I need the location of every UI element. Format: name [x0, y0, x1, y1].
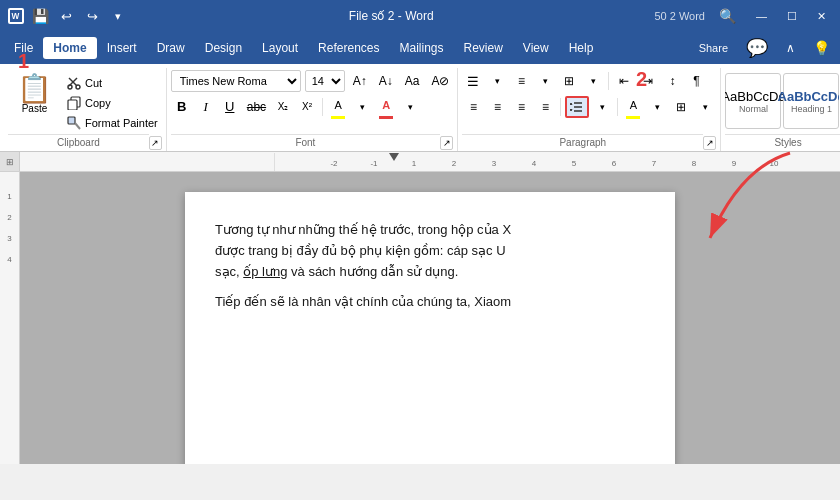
- font-color-button[interactable]: A: [375, 94, 397, 116]
- font-expand-button[interactable]: ↗: [440, 136, 453, 150]
- comments-button[interactable]: 💬: [740, 35, 774, 61]
- line-spacing-button[interactable]: [565, 96, 589, 118]
- format-painter-button[interactable]: Format Painter: [63, 114, 162, 132]
- menu-review[interactable]: Review: [454, 37, 513, 59]
- underline-button[interactable]: U: [219, 96, 241, 118]
- menu-bar: File Home Insert Draw Design Layout Refe…: [0, 32, 840, 64]
- menu-insert[interactable]: Insert: [97, 37, 147, 59]
- copy-button[interactable]: Copy: [63, 94, 162, 112]
- numbering-dropdown-button[interactable]: ▾: [534, 70, 556, 92]
- style-heading1[interactable]: AaBbCcDd Heading 1: [783, 73, 839, 129]
- show-formatting-button[interactable]: ¶: [685, 70, 707, 92]
- window-title: File số 2 - Word: [128, 9, 654, 23]
- ruler-bar: ⊞ -2 -1 1 2 3 4 5 6 7 8 9 10: [0, 152, 840, 172]
- svg-text:1: 1: [412, 159, 417, 168]
- italic-button[interactable]: I: [195, 96, 217, 118]
- multilevel-dropdown-button[interactable]: ▾: [582, 70, 604, 92]
- ruler-corner: ⊞: [0, 152, 20, 172]
- clipboard-expand-button[interactable]: ↗: [149, 136, 162, 150]
- bullets-dropdown-button[interactable]: ▾: [486, 70, 508, 92]
- share-button[interactable]: Share: [693, 40, 734, 56]
- menu-references[interactable]: References: [308, 37, 389, 59]
- main-area: 1 2 3 4 Tương tự như những thế hệ trước,…: [0, 172, 840, 464]
- paragraph-1: Tương tự như những thế hệ trước, trong h…: [215, 220, 645, 282]
- font-group: Times New Roma 14 A↑ A↓ Aa A⊘ B I U: [167, 68, 459, 151]
- align-left-button[interactable]: ≡: [462, 96, 484, 118]
- close-button[interactable]: ✕: [811, 8, 832, 25]
- vertical-ruler: 1 2 3 4: [0, 172, 20, 464]
- menu-design[interactable]: Design: [195, 37, 252, 59]
- bullets-button[interactable]: ☰: [462, 70, 484, 92]
- multilevel-list-button[interactable]: ⊞: [558, 70, 580, 92]
- paste-button[interactable]: 📋 Paste: [8, 70, 61, 119]
- menu-help[interactable]: Help: [559, 37, 604, 59]
- save-button[interactable]: 💾: [30, 6, 50, 26]
- minimize-button[interactable]: —: [750, 8, 773, 24]
- svg-text:2: 2: [452, 159, 457, 168]
- redo-button[interactable]: ↪: [82, 6, 102, 26]
- font-color-dropdown-button[interactable]: ▾: [399, 96, 421, 118]
- ribbon-collapse-button[interactable]: ∧: [780, 39, 801, 57]
- bold-button[interactable]: B: [171, 96, 193, 118]
- subscript-button[interactable]: X₂: [272, 96, 294, 118]
- font-family-select[interactable]: Times New Roma: [171, 70, 301, 92]
- autosave-label: 50 2 Word: [654, 10, 705, 22]
- align-center-button[interactable]: ≡: [486, 96, 508, 118]
- menu-draw[interactable]: Draw: [147, 37, 195, 59]
- line-spacing-dropdown-button[interactable]: ▾: [591, 96, 613, 118]
- customize-button[interactable]: ▾: [108, 6, 128, 26]
- svg-point-4: [68, 85, 72, 89]
- strikethrough-button[interactable]: abc: [243, 96, 270, 118]
- menu-home[interactable]: Home: [43, 37, 96, 59]
- font-size-select[interactable]: 14: [305, 70, 345, 92]
- styles-group: AaBbCcDd Normal AaBbCcDd Heading 1 ▲ ▼ ⊞…: [721, 68, 840, 151]
- font-footer: Font ↗: [171, 134, 454, 151]
- menu-mailings[interactable]: Mailings: [389, 37, 453, 59]
- borders-button[interactable]: ⊞: [670, 96, 692, 118]
- font-size-increase-button[interactable]: A↑: [349, 70, 371, 92]
- title-bar-left: W 💾 ↩ ↪ ▾: [8, 6, 128, 26]
- paragraph-expand-button[interactable]: ↗: [703, 136, 716, 150]
- align-right-button[interactable]: ≡: [510, 96, 532, 118]
- decrease-indent-button[interactable]: ⇤: [613, 70, 635, 92]
- svg-text:9: 9: [732, 159, 737, 168]
- paragraph-group: ☰ ▾ ≡ ▾ ⊞ ▾ ⇤ ⇥ ↕ ¶ ≡ ≡ ≡ ≡: [458, 68, 721, 151]
- text-highlight-button[interactable]: A: [327, 94, 349, 116]
- clear-formatting-button[interactable]: A⊘: [427, 70, 453, 92]
- document-page: Tương tự như những thế hệ trước, trong h…: [185, 192, 675, 464]
- style-normal[interactable]: AaBbCcDd Normal: [725, 73, 781, 129]
- numbering-button[interactable]: ≡: [510, 70, 532, 92]
- svg-text:10: 10: [770, 159, 779, 168]
- cut-button[interactable]: Cut: [63, 74, 162, 92]
- font-row1: Times New Roma 14 A↑ A↓ Aa A⊘: [171, 70, 454, 92]
- search-icon[interactable]: 🔍: [713, 6, 742, 26]
- underline-wrap: U: [219, 96, 241, 118]
- shading-wrap: A: [622, 94, 644, 119]
- borders-dropdown-button[interactable]: ▾: [694, 96, 716, 118]
- document-area[interactable]: Tương tự như những thế hệ trước, trong h…: [20, 172, 840, 464]
- highlight-dropdown-button[interactable]: ▾: [351, 96, 373, 118]
- svg-text:-2: -2: [330, 159, 338, 168]
- change-case-button[interactable]: Aa: [401, 70, 424, 92]
- lightbulb-icon[interactable]: 💡: [807, 38, 836, 58]
- font-row2: B I U abc X₂ X² A ▾ A: [171, 94, 421, 119]
- clipboard-group: 📋 Paste Cut Copy Format Painter: [4, 68, 167, 151]
- shading-dropdown-button[interactable]: ▾: [646, 96, 668, 118]
- undo-button[interactable]: ↩: [56, 6, 76, 26]
- superscript-button[interactable]: X²: [296, 96, 318, 118]
- text-highlight-wrap: A: [327, 94, 349, 119]
- word-icon: W: [8, 8, 24, 24]
- menu-view[interactable]: View: [513, 37, 559, 59]
- shading-button[interactable]: A: [622, 94, 644, 116]
- svg-text:W: W: [12, 12, 20, 21]
- title-bar-controls: 50 2 Word 🔍 — ☐ ✕: [654, 6, 832, 26]
- font-size-decrease-button[interactable]: A↓: [375, 70, 397, 92]
- title-bar: W 💾 ↩ ↪ ▾ File số 2 - Word 50 2 Word 🔍 —…: [0, 0, 840, 32]
- maximize-button[interactable]: ☐: [781, 8, 803, 25]
- justify-button[interactable]: ≡: [534, 96, 556, 118]
- svg-point-5: [76, 85, 80, 89]
- svg-text:4: 4: [532, 159, 537, 168]
- sort-button[interactable]: ↕: [661, 70, 683, 92]
- paragraph-footer: Paragraph ↗: [462, 134, 716, 151]
- menu-layout[interactable]: Layout: [252, 37, 308, 59]
